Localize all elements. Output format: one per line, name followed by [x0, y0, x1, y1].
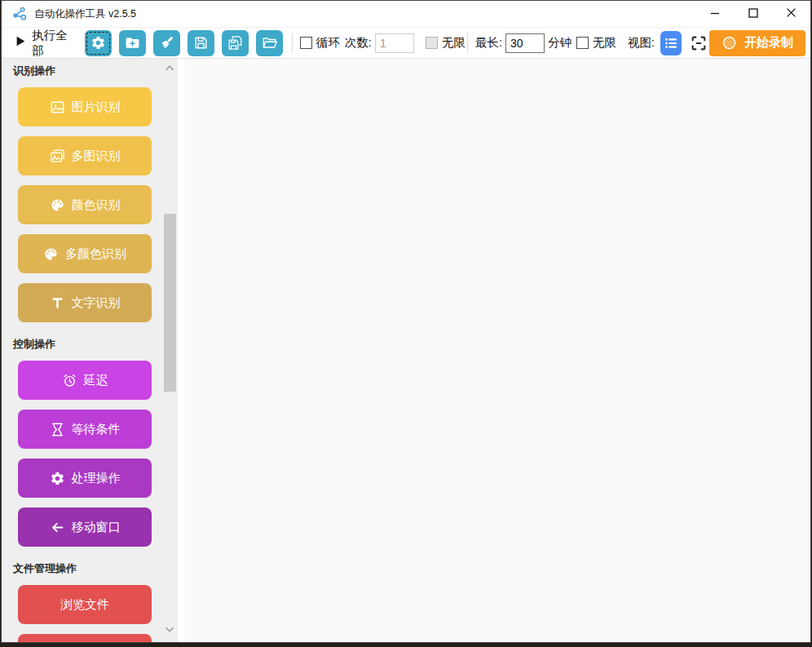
save-all-button[interactable] [222, 30, 249, 56]
multi-color-recognition-button[interactable]: 多颜色识别 [18, 234, 152, 273]
gear-icon [90, 35, 106, 51]
image-recognition-button[interactable]: 图片识别 [18, 87, 152, 126]
list-view-icon [662, 34, 680, 52]
close-button[interactable] [772, 1, 810, 27]
gear-icon [50, 471, 65, 486]
group-label: 文件管理操作 [13, 561, 178, 575]
toolbar-icon-buttons [85, 30, 290, 56]
sidebar: 识别操作图片识别多图识别颜色识别多颜色识别文字识别控制操作延迟等待条件处理操作移… [2, 59, 178, 642]
duration-unit-label: 分钟 [548, 35, 571, 51]
sidebar-button-label: 浏览文件 [60, 597, 109, 613]
app-window: 自动化操作工具 v2.5.5 执行 [1, 0, 811, 643]
duration-label: 最长: [475, 35, 502, 51]
add-folder-button[interactable] [119, 30, 146, 56]
hourglass-icon [50, 422, 65, 437]
save-all-icon [227, 35, 243, 51]
process-operation-button[interactable]: 处理操作 [18, 459, 152, 498]
settings-button[interactable] [85, 30, 112, 56]
scroll-down-button[interactable] [164, 625, 175, 635]
clipped-file-button-button[interactable] [18, 634, 152, 642]
sidebar-button-label: 图片识别 [72, 100, 121, 115]
arrow-left-icon [50, 520, 65, 535]
main-canvas[interactable] [184, 59, 810, 642]
maximize-button[interactable] [734, 1, 772, 27]
sidebar-button-label: 延迟 [84, 373, 108, 388]
window-controls [695, 1, 810, 27]
duration-input[interactable] [505, 33, 545, 53]
save-icon [193, 35, 209, 51]
sidebar-button-label: 多颜色识别 [65, 246, 126, 262]
record-icon [722, 35, 737, 51]
start-record-label: 开始录制 [744, 35, 793, 51]
minimize-icon [710, 7, 720, 21]
palette-icon [50, 197, 65, 213]
app-body: 识别操作图片识别多图识别颜色识别多颜色识别文字识别控制操作延迟等待条件处理操作移… [2, 59, 810, 642]
scroll-up-button[interactable] [164, 63, 175, 73]
loop-checkbox[interactable] [300, 37, 312, 49]
save-button[interactable] [188, 30, 214, 56]
alarm-icon [62, 373, 77, 388]
titlebar: 自动化操作工具 v2.5.5 [2, 1, 810, 27]
times-unlimited-checkbox[interactable] [426, 37, 438, 49]
sidebar-button-label: 等待条件 [72, 422, 121, 437]
app-logo-icon [11, 6, 28, 22]
maximize-icon [748, 7, 758, 21]
group-label: 控制操作 [13, 337, 178, 351]
start-record-button[interactable]: 开始录制 [709, 30, 805, 56]
toolbar-separator [292, 33, 293, 52]
wait-condition-button[interactable]: 等待条件 [18, 410, 152, 449]
sidebar-button-label: 处理操作 [72, 471, 121, 486]
scan-view-button[interactable] [687, 31, 709, 55]
images-icon [50, 148, 65, 164]
clean-button[interactable] [153, 30, 180, 56]
toolbar-separator [467, 33, 468, 52]
window-title: 自动化操作工具 v2.5.5 [34, 7, 136, 21]
play-icon [15, 35, 26, 51]
move-window-button[interactable]: 移动窗口 [18, 507, 152, 547]
folder-plus-icon [125, 35, 140, 51]
open-folder-button[interactable] [256, 30, 283, 56]
color-recognition-button[interactable]: 颜色识别 [18, 185, 152, 224]
browse-file-button[interactable]: 浏览文件 [18, 585, 152, 624]
image-icon [50, 100, 65, 115]
folder-open-icon [262, 35, 277, 51]
list-view-button[interactable] [660, 31, 682, 55]
duration-unlimited-checkbox[interactable] [576, 37, 589, 49]
sidebar-button-label: 移动窗口 [72, 520, 121, 535]
text-icon [50, 295, 65, 311]
view-label: 视图: [628, 35, 655, 51]
sidebar-button-label: 文字识别 [72, 295, 121, 311]
sidebar-groups: 识别操作图片识别多图识别颜色识别多颜色识别文字识别控制操作延迟等待条件处理操作移… [2, 59, 178, 642]
run-all-label: 执行全部 [32, 28, 72, 59]
minimize-button[interactable] [695, 1, 734, 27]
scan-icon [690, 34, 708, 52]
text-recognition-button[interactable]: 文字识别 [18, 283, 152, 322]
delay-button[interactable]: 延迟 [18, 361, 152, 400]
close-icon [786, 7, 797, 21]
sidebar-scrollbar-thumb[interactable] [164, 214, 176, 392]
sidebar-button-label: 颜色识别 [72, 197, 121, 213]
multi-image-recognition-button[interactable]: 多图识别 [18, 136, 152, 175]
loop-label: 循环 [316, 35, 340, 51]
toolbar: 执行全部 循环 次数: 无限 最长: 分钟 无限 视图: [2, 27, 810, 59]
broom-icon [159, 35, 174, 51]
times-unlimited-label: 无限 [442, 35, 466, 51]
times-input[interactable] [375, 33, 414, 53]
duration-unlimited-label: 无限 [593, 35, 616, 51]
run-all-button[interactable]: 执行全部 [15, 28, 72, 59]
palette-icon [43, 246, 59, 262]
sidebar-main-gap [178, 59, 184, 642]
times-label: 次数: [345, 35, 372, 51]
sidebar-button-label: 多图识别 [72, 148, 121, 164]
group-label: 识别操作 [13, 64, 178, 78]
